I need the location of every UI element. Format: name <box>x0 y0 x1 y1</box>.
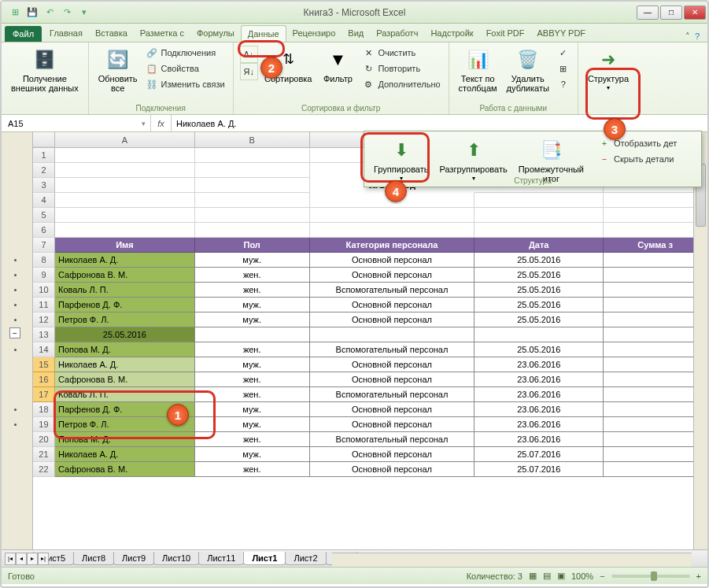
cell[interactable] <box>195 178 310 193</box>
cell[interactable] <box>604 357 707 372</box>
consolidate-button[interactable]: ⊞ <box>556 61 571 76</box>
cell[interactable]: Основной персонал <box>310 447 475 462</box>
cell[interactable]: 23.06.2016 <box>475 432 604 447</box>
prev-sheet-button[interactable]: ◂ <box>16 553 27 565</box>
data-validation-button[interactable]: ✓ <box>556 46 571 60</box>
row-header[interactable]: 9 <box>33 268 55 283</box>
cell[interactable]: Николаев А. Д. <box>55 447 195 462</box>
table-header-cell[interactable]: Сумма з <box>604 238 707 253</box>
cell[interactable] <box>310 208 475 223</box>
ungroup-button[interactable]: ⬆ Разгруппировать ▾ <box>437 136 511 185</box>
table-header-cell[interactable]: Имя <box>55 238 195 253</box>
zoom-out-button[interactable]: − <box>600 571 604 581</box>
cell[interactable]: Основной персонал <box>310 402 475 417</box>
cell[interactable] <box>604 387 707 402</box>
row-header[interactable]: 22 <box>33 462 55 477</box>
ribbon-tab[interactable]: Вид <box>342 25 370 42</box>
cell[interactable]: муж. <box>195 447 310 462</box>
cell[interactable] <box>195 208 310 223</box>
horizontal-scrollbar[interactable] <box>332 553 692 567</box>
ribbon-tab[interactable]: Рецензиро <box>286 25 342 42</box>
cell[interactable] <box>310 327 475 342</box>
sheet-tab[interactable]: Лист9 <box>113 552 154 565</box>
minimize-button[interactable]: — <box>637 6 659 20</box>
column-header[interactable]: A <box>55 132 195 147</box>
cell[interactable]: муж. <box>195 402 310 417</box>
cell[interactable]: 25.07.2016 <box>475 447 604 462</box>
cell[interactable]: 25.05.2016 <box>475 283 604 298</box>
cell[interactable]: 23.06.2016 <box>475 372 604 387</box>
sheet-tab[interactable]: Лист10 <box>153 552 199 565</box>
cell[interactable] <box>604 432 707 447</box>
cell[interactable] <box>55 208 195 223</box>
cell[interactable]: Основной персонал <box>310 253 475 268</box>
view-normal-icon[interactable]: ▦ <box>529 571 537 581</box>
cell[interactable]: Вспомогательный персонал <box>310 432 475 447</box>
ribbon-tab[interactable]: Вставка <box>89 25 134 42</box>
cell[interactable] <box>604 342 707 357</box>
cell[interactable]: Основной персонал <box>310 268 475 283</box>
filter-button[interactable]: ▼ Фильтр <box>318 46 357 85</box>
hide-detail-button[interactable]: −Скрыть детали <box>596 152 678 166</box>
row-header[interactable]: 14 <box>33 342 55 357</box>
cell[interactable]: 23.06.2016 <box>475 357 604 372</box>
cell[interactable]: жен. <box>195 372 310 387</box>
cell[interactable] <box>55 178 195 193</box>
cell[interactable] <box>55 223 195 238</box>
cell[interactable]: Вспомогательный персонал <box>310 342 475 357</box>
ribbon-tab[interactable]: Формулы <box>190 25 241 42</box>
cell[interactable]: муж. <box>195 417 310 432</box>
help-icon[interactable]: ? <box>695 31 700 42</box>
cell[interactable] <box>604 208 707 223</box>
cell[interactable]: муж. <box>195 312 310 327</box>
cell[interactable]: муж. <box>195 253 310 268</box>
cell[interactable] <box>604 298 707 312</box>
row-header[interactable]: 6 <box>33 223 55 238</box>
cell[interactable]: Коваль Л. П. <box>55 387 195 402</box>
sort-desc-button[interactable]: Я↓ <box>240 63 258 80</box>
cell[interactable] <box>195 148 310 163</box>
table-header-cell[interactable]: Дата <box>475 238 604 253</box>
cell[interactable]: муж. <box>195 357 310 372</box>
cell[interactable] <box>475 223 604 238</box>
sheet-tab[interactable]: Лист11 <box>198 552 244 565</box>
cell[interactable] <box>604 402 707 417</box>
ribbon-tab[interactable]: Разработч <box>370 25 424 42</box>
ribbon-tab[interactable]: Данные <box>241 25 286 42</box>
ribbon-tab[interactable]: Главная <box>43 25 89 42</box>
next-sheet-button[interactable]: ▸ <box>27 553 38 565</box>
cell[interactable]: 23.06.2016 <box>475 402 604 417</box>
cell[interactable]: жен. <box>195 268 310 283</box>
cell[interactable]: Вспомогательный персонал <box>310 387 475 402</box>
row-header[interactable]: 11 <box>33 298 55 312</box>
cell[interactable]: Николаев А. Д. <box>55 253 195 268</box>
redo-icon[interactable]: ↷ <box>60 6 74 20</box>
cell[interactable]: 25.05.2016 <box>475 253 604 268</box>
whatif-button[interactable]: ? <box>556 77 571 91</box>
cell[interactable] <box>604 312 707 327</box>
collapse-button[interactable]: − <box>9 327 20 338</box>
ribbon-tab[interactable]: Разметка с <box>134 25 190 42</box>
view-pagebreak-icon[interactable]: ▣ <box>557 571 565 581</box>
row-header[interactable]: 7 <box>33 238 55 253</box>
last-sheet-button[interactable]: ▸| <box>38 553 49 565</box>
outline-column[interactable]: − <box>2 132 33 549</box>
cell[interactable]: 25.05.2016 <box>475 342 604 357</box>
cell[interactable] <box>195 163 310 178</box>
vertical-scrollbar[interactable] <box>693 132 707 549</box>
zoom-level[interactable]: 100% <box>571 571 593 581</box>
cell[interactable]: муж. <box>195 298 310 312</box>
cell[interactable] <box>604 327 707 342</box>
name-box[interactable]: A15 <box>2 115 151 131</box>
view-layout-icon[interactable]: ▤ <box>543 571 551 581</box>
cell[interactable]: 25.05.2016 <box>475 312 604 327</box>
cell[interactable]: 25.05.2016 <box>475 298 604 312</box>
row-header[interactable]: 1 <box>33 148 55 163</box>
connections-button[interactable]: 🔗Подключения <box>144 46 227 60</box>
row-header[interactable]: 17 <box>33 387 55 402</box>
row-header[interactable]: 20 <box>33 432 55 447</box>
cell[interactable]: 23.06.2016 <box>475 417 604 432</box>
cell[interactable]: Коваль Л. П. <box>55 283 195 298</box>
cell[interactable]: жен. <box>195 283 310 298</box>
file-tab[interactable]: Файл <box>5 26 42 42</box>
